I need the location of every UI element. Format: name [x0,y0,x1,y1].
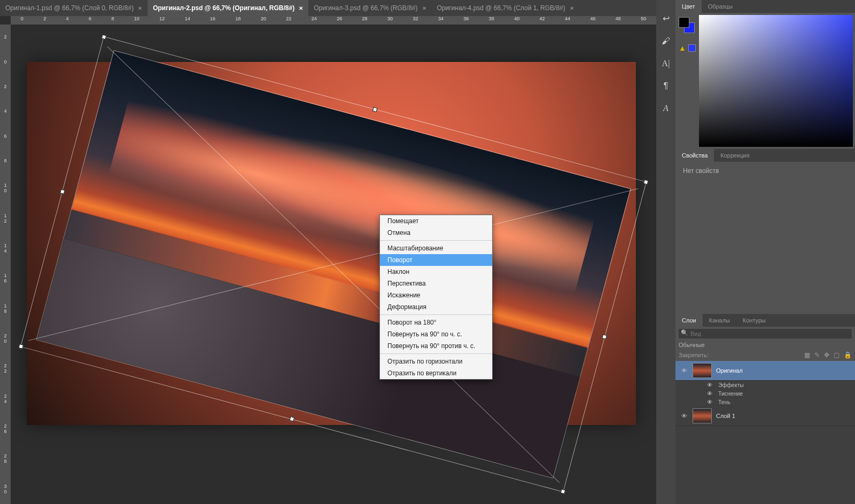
layer-row[interactable]: 👁Слой 1 [675,406,855,426]
dock-toolstrip: ↩ 🖌 A| ¶ A [656,0,675,504]
lock-all-icon[interactable]: 🔒 [844,351,852,359]
context-menu-item[interactable]: Поворот на 180° [380,317,492,328]
ruler-vertical: 2024681 01 21 41 61 82 02 22 42 62 83 0 [0,25,11,504]
layer-name: Слой 1 [716,413,735,419]
color-field[interactable] [699,15,853,147]
context-menu-item[interactable]: Искажение [380,289,492,301]
transform-context-menu: ПомещаетОтменаМасштабированиеПоворотНакл… [379,215,493,380]
lock-label: Закрепить: [679,352,709,358]
panel-tab[interactable]: Цвет [675,0,702,13]
visibility-toggle-icon[interactable]: 👁 [705,382,714,388]
context-menu-item[interactable]: Деформация [380,301,492,313]
transform-handle-bl[interactable] [18,344,24,349]
color-panel: ▲ [675,13,855,149]
context-menu-item[interactable]: Отмена [380,227,492,239]
panel-tab[interactable]: Слои [675,314,703,327]
visibility-toggle-icon[interactable]: 👁 [680,413,688,419]
close-icon[interactable]: ✕ [422,5,426,11]
color-panel-tabs: ЦветОбразцы [675,0,855,13]
panel-tab[interactable]: Образцы [702,0,739,13]
right-dock: ↩ 🖌 A| ¶ A ЦветОбразцы ▲ СвойстваКоррекц… [656,0,855,504]
document-tab-label: Оригинал-4.psd @ 66,7% (Слой 1, RGB/8#) [437,4,565,12]
fx-item[interactable]: Тень [718,399,730,405]
brush-icon[interactable]: 🖌 [662,36,670,46]
document-tab[interactable]: Оригинал-2.psd @ 66,7% (Оригинал, RGB/8#… [147,0,308,16]
context-menu-item[interactable]: Отразить по горизонтали [380,356,492,367]
close-icon[interactable]: ✕ [138,5,142,11]
ruler-horizontal: 0246810121416182022242628303234363840424… [11,16,656,25]
context-menu-item[interactable]: Поворот [380,254,492,266]
context-menu-item[interactable]: Масштабирование [380,242,492,254]
context-menu-item[interactable]: Отразить по вертикали [380,367,492,379]
panel-tab[interactable]: Контуры [736,314,772,327]
fx-header: Эффекты [718,382,744,388]
blend-mode-select[interactable]: Обычные [679,342,705,348]
transform-handle-tl[interactable] [102,34,107,40]
layer-name: Оригинал [716,367,743,374]
panel-tab[interactable]: Свойства [675,149,714,162]
transform-handle-tr[interactable] [643,179,649,185]
layer-thumbnail [693,408,712,423]
document-tab[interactable]: Оригинал-4.psd @ 66,7% (Слой 1, RGB/8#)✕ [432,0,579,16]
document-tab[interactable]: Оригинал-1.psd @ 66,7% (Слой 0, RGB/8#)✕ [0,0,147,16]
canvas-area[interactable]: ПомещаетОтменаМасштабированиеПоворотНакл… [11,25,656,504]
close-icon[interactable]: ✕ [570,5,574,11]
document-tab-label: Оригинал-1.psd @ 66,7% (Слой 0, RGB/8#) [5,4,134,12]
document-tab[interactable]: Оригинал-3.psd @ 66,7% (RGB/8#)✕ [308,0,431,16]
layers-filter-input[interactable] [679,329,852,338]
glyphs-icon[interactable]: A [663,104,669,113]
dock-panels: ЦветОбразцы ▲ СвойстваКоррекция Нет свой… [675,0,855,504]
fx-item[interactable]: Тиснение [718,390,743,397]
layers-panel-tabs: СлоиКаналыКонтуры [675,314,855,327]
transform-handle-br[interactable] [561,489,566,494]
visibility-toggle-icon[interactable]: 👁 [705,399,714,405]
layer-list: 👁Оригинал👁Эффекты👁Тиснение👁Тень👁Слой 1 [675,361,855,504]
document-tab-label: Оригинал-2.psd @ 66,7% (Оригинал, RGB/8#… [153,4,294,12]
visibility-toggle-icon[interactable]: 👁 [705,390,714,397]
panel-tab[interactable]: Каналы [703,314,736,327]
context-menu-item[interactable]: Перспектива [380,278,492,289]
layer-thumbnail [693,363,712,378]
layers-filter[interactable] [679,329,852,338]
lock-pixels-icon[interactable]: ▦ [804,351,810,359]
visibility-toggle-icon[interactable]: 👁 [680,367,688,374]
panel-tab[interactable]: Коррекция [714,149,756,162]
layer-row[interactable]: 👁Оригинал [675,361,855,381]
properties-panel-tabs: СвойстваКоррекция [675,149,855,162]
properties-panel: Нет свойств [675,162,855,314]
document-tab-label: Оригинал-3.psd @ 66,7% (RGB/8#) [314,4,417,12]
context-menu-item[interactable]: Повернуть на 90° против ч. с. [380,340,492,352]
foreground-color[interactable] [679,17,689,28]
character-icon[interactable]: A| [662,59,670,68]
context-menu-item[interactable]: Помещает [380,215,492,227]
lock-mask-icon[interactable]: ▢ [834,351,840,359]
lock-position-icon[interactable]: ✥ [824,351,829,359]
close-icon[interactable]: ✕ [299,5,303,11]
properties-empty-text: Нет свойств [683,167,719,175]
foreground-background-swatch[interactable] [679,17,695,33]
context-menu-item[interactable]: Повернуть на 90° по ч. с. [380,328,492,340]
gamut-color-swatch[interactable] [688,44,696,52]
gamut-warning-icon[interactable]: ▲ [679,44,686,52]
history-icon[interactable]: ↩ [663,13,670,23]
layers-panel: Обычные Закрепить: ▦ ✎ ✥ ▢ 🔒 👁Оригинал👁Э… [675,327,855,504]
lock-brush-icon[interactable]: ✎ [814,351,820,359]
paragraph-icon[interactable]: ¶ [664,81,669,91]
context-menu-item[interactable]: Наклон [380,266,492,278]
